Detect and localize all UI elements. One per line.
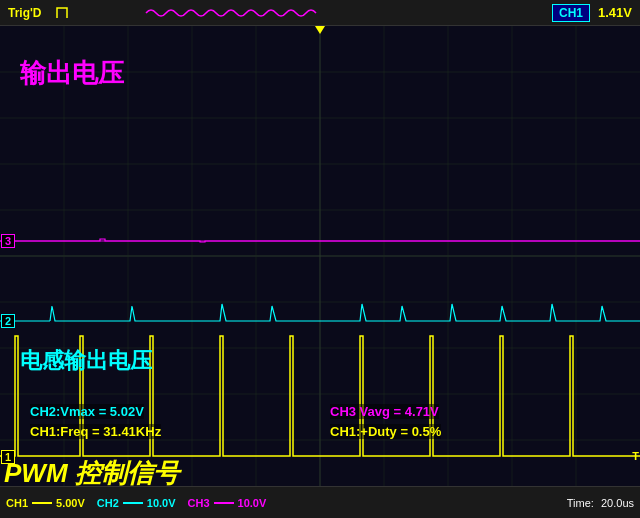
ch2-bottom-line-icon (123, 499, 143, 507)
trigger-level-marker: T (632, 450, 639, 462)
ch2-bottom-label: CH2 (97, 497, 119, 509)
header-wave-icon (136, 3, 336, 23)
ch1-bottom-value: 5.00V (56, 497, 85, 509)
meas-ch2-vmax: CH2:Vmax = 5.02V (30, 404, 144, 419)
oscilloscope: Trig'D CH1 1.41V (0, 0, 640, 518)
display-area: 3 2 1 T 输出电压 电感输出电压 PWM 控制信号 CH2:Vmax = … (0, 26, 640, 486)
ch2-status: CH2 10.0V (97, 497, 176, 509)
meas-ch1-duty: CH1:+Duty = 0.5% (330, 424, 441, 439)
ch2-marker: 2 (1, 314, 15, 328)
ch3-bottom-line-icon (214, 499, 234, 507)
inductor-voltage-label: 电感输出电压 (20, 346, 152, 376)
trig-pulse-icon (52, 3, 132, 23)
trig-signal (52, 3, 552, 23)
time-value: 20.0us (601, 497, 634, 509)
meas-ch1-freq: CH1:Freq = 31.41KHz (30, 424, 161, 439)
trig-label: Trig'D (8, 6, 42, 20)
ch3-marker: 3 (1, 234, 15, 248)
pwm-label: PWM 控制信号 (4, 456, 179, 486)
bottom-bar: CH1 5.00V CH2 10.0V CH3 10.0V Time: 20.0… (0, 486, 640, 518)
ch3-status: CH3 10.0V (188, 497, 267, 509)
output-voltage-label: 输出电压 (20, 56, 124, 91)
ch1-bottom-line-icon (32, 499, 52, 507)
ch3-bottom-value: 10.0V (238, 497, 267, 509)
ch2-bottom-value: 10.0V (147, 497, 176, 509)
ch3-bottom-label: CH3 (188, 497, 210, 509)
ch1-status: CH1 5.00V (6, 497, 85, 509)
top-bar: Trig'D CH1 1.41V (0, 0, 640, 26)
ch1-box: CH1 (552, 4, 590, 22)
ch1-header-indicator: CH1 1.41V (552, 4, 632, 22)
time-label: Time: (567, 497, 594, 509)
ch1-bottom-label: CH1 (6, 497, 28, 509)
meas-ch3-vavg: CH3 Vavg = 4.71V (330, 404, 439, 419)
ch1-header-voltage: 1.41V (598, 5, 632, 20)
time-status: Time: 20.0us (567, 497, 634, 509)
